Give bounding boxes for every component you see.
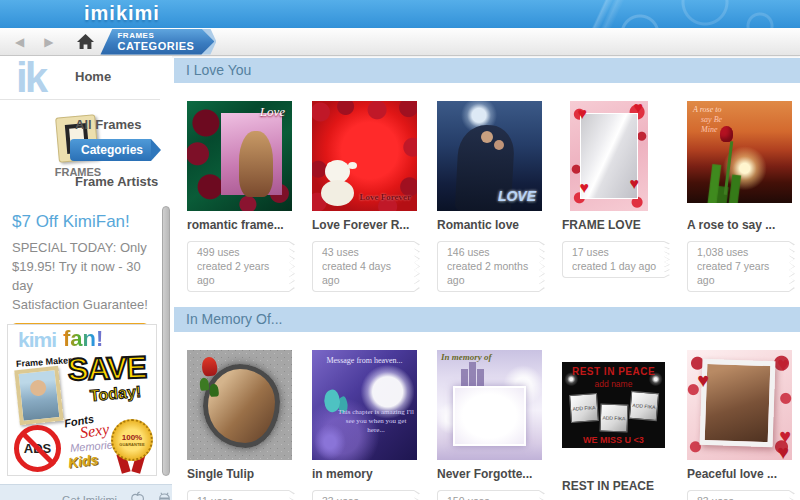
back-arrow-icon[interactable]: ◀ xyxy=(15,36,24,48)
promo-line-1: SPECIAL TODAY: Only xyxy=(12,238,150,257)
section-header: I Love You xyxy=(174,58,800,83)
frame-stats: 150 usescreated 2 months ago xyxy=(437,490,539,500)
created-date: created 1 day ago xyxy=(572,259,660,273)
frame-title[interactable]: FRAME LOVE xyxy=(562,218,674,232)
section-header: In Memory Of... xyxy=(174,307,800,332)
rose-sunset-image: A rose tosay Be Mine xyxy=(687,101,792,203)
thumb-overlay-text: REST IN PEACE xyxy=(562,366,665,377)
promo-line-2: $19.95! Try it now - 30 day xyxy=(12,257,150,295)
uses-count: 499 uses xyxy=(197,245,285,259)
frame-thumbnail[interactable]: REST IN PEACEadd nameADD FIKAADD FIKAADD… xyxy=(562,362,674,472)
cards-row: Single Tulip11 usescreated 2 days agoMes… xyxy=(174,332,800,500)
frame-card: REST IN PEACEadd nameADD FIKAADD FIKAADD… xyxy=(562,350,674,500)
single-tulip-image xyxy=(187,350,292,460)
frame-thumbnail[interactable] xyxy=(187,350,299,460)
no-ads-icon: ADS xyxy=(14,425,61,472)
frame-title[interactable]: Romantic love xyxy=(437,218,549,232)
frame-thumbnail[interactable]: Love xyxy=(187,101,299,211)
frame-card: Peaceful love ...83 usescreated 6 days a… xyxy=(687,350,799,500)
sidebar-divider xyxy=(0,99,160,100)
sidebar-item-home[interactable]: Home xyxy=(75,69,111,84)
breadcrumb-categories: CATEGORIES xyxy=(117,40,194,52)
thumb-overlay-text: add name xyxy=(562,379,665,389)
frame-card: In memory ofNever Forgotte...150 usescre… xyxy=(437,350,549,500)
seal-guarantee: GUARANTEE xyxy=(119,442,144,447)
frame-title[interactable]: romantic frame... xyxy=(187,218,299,232)
frame-card: FRAME LOVE17 usescreated 1 day ago xyxy=(562,101,674,292)
apple-icon[interactable] xyxy=(128,490,147,500)
forward-arrow-icon[interactable]: ▶ xyxy=(44,36,53,48)
thumb-overlay-text: ADD FIKA xyxy=(569,393,599,423)
frame-stats: 11 usescreated 2 days ago xyxy=(187,490,289,500)
love-forever-image: Love Forever xyxy=(312,101,417,211)
uses-count: 11 uses xyxy=(197,494,285,500)
thumb-overlay-text: WE MISS U <3 xyxy=(562,435,665,445)
frame-thumbnail[interactable]: LOVE xyxy=(437,101,549,211)
frame-thumbnail[interactable]: A rose tosay Be Mine xyxy=(687,101,799,211)
frame-thumbnail[interactable] xyxy=(562,101,674,211)
frame-stats: 1,038 usescreated 7 years ago xyxy=(687,241,789,292)
created-date: created 2 years ago xyxy=(197,259,285,287)
romantic-love-image: LOVE xyxy=(437,101,542,211)
sidebar-item-frame-artists[interactable]: Frame Artists xyxy=(75,174,158,189)
frame-stats: 499 usescreated 2 years ago xyxy=(187,241,289,292)
sidebar-scrollbar[interactable] xyxy=(162,206,170,476)
frame-stats: 43 usescreated 4 days ago xyxy=(312,241,414,292)
frame-title[interactable]: Peaceful love ... xyxy=(687,467,799,481)
breadcrumb-frames: FRAMES xyxy=(117,31,194,40)
ad-today-text: Today! xyxy=(89,383,142,405)
frame-title[interactable]: Never Forgotte... xyxy=(437,467,549,481)
uses-count: 43 uses xyxy=(322,245,410,259)
thumb-overlay-text: In memory of xyxy=(441,352,492,362)
thumb-overlay-text: Message from heaven... xyxy=(312,356,417,365)
frame-thumbnail[interactable]: Love Forever xyxy=(312,101,424,211)
navigation-bar: ◀ ▶ FRAMES CATEGORIES xyxy=(0,28,800,56)
frame-love-image xyxy=(570,101,648,211)
android-icon[interactable] xyxy=(155,490,174,500)
sidebar: ik Home FRAMES All Frames Categories Fra… xyxy=(0,56,172,500)
frame-title[interactable]: REST IN PEACE xyxy=(562,479,674,493)
thumb-overlay-text: say Be Mine xyxy=(701,115,727,135)
frame-title[interactable]: A rose to say ... xyxy=(687,218,799,232)
ad-brand-fan: fan! xyxy=(63,326,103,352)
home-icon[interactable] xyxy=(77,34,94,49)
frame-stats: 83 usescreated 6 days ago xyxy=(687,490,789,500)
imikimi-logo[interactable]: imikimi xyxy=(84,2,160,25)
frame-card: Single Tulip11 usescreated 2 days ago xyxy=(187,350,299,500)
frame-title[interactable]: Single Tulip xyxy=(187,467,299,481)
top-bar: imikimi xyxy=(0,0,800,28)
ad-kids-text: Kids xyxy=(67,451,99,471)
frame-card: Message from heaven...This chapter is am… xyxy=(312,350,424,500)
cards-row: Loveromantic frame...499 usescreated 2 y… xyxy=(174,83,800,305)
uses-count: 33 uses xyxy=(322,494,410,500)
uses-count: 1,038 uses xyxy=(697,245,785,259)
frame-thumbnail[interactable]: In memory of xyxy=(437,350,549,460)
frame-card: A rose tosay Be MineA rose to say ...1,0… xyxy=(687,101,799,292)
thumb-overlay-text: Love xyxy=(260,104,285,120)
guarantee-seal: 100% GUARANTEE xyxy=(111,419,153,461)
frame-stats: 17 usescreated 1 day ago xyxy=(562,241,664,278)
frame-title[interactable]: in memory xyxy=(312,467,424,481)
thumb-overlay-text: LOVE xyxy=(498,188,536,204)
uses-count: 150 uses xyxy=(447,494,535,500)
created-date: created 4 days ago xyxy=(322,259,410,287)
sidebar-item-all-frames[interactable]: All Frames xyxy=(75,117,141,132)
ik-logo[interactable]: ik xyxy=(16,58,45,98)
promo-heading: $7 Off KimiFan! xyxy=(12,212,150,232)
sidebar-item-categories[interactable]: Categories xyxy=(70,139,151,161)
created-date: created 2 months ago xyxy=(447,259,535,287)
breadcrumb[interactable]: FRAMES CATEGORIES xyxy=(100,29,214,55)
frame-thumbnail[interactable]: Message from heaven...This chapter is am… xyxy=(312,350,424,460)
frame-card: LOVERomantic love146 usescreated 2 month… xyxy=(437,101,549,292)
peaceful-love-image xyxy=(687,350,792,460)
frame-thumbnail[interactable] xyxy=(687,350,799,460)
kimifan-ad-banner[interactable]: kimi fan! Frame Maker SAVE Today! Fonts … xyxy=(7,324,157,476)
frame-title[interactable]: Love Forever R... xyxy=(312,218,424,232)
thumb-overlay-text: Love Forever xyxy=(359,192,411,202)
ad-brand-kimi: kimi xyxy=(18,328,56,352)
uses-count: 17 uses xyxy=(572,245,660,259)
thumb-overlay-text: ADD FIKA xyxy=(629,391,659,421)
frame-stats: 33 usescreated 4 days ago xyxy=(312,490,414,500)
main-content: I Love YouLoveromantic frame...499 usesc… xyxy=(174,56,800,500)
seal-percent: 100% xyxy=(122,433,142,442)
